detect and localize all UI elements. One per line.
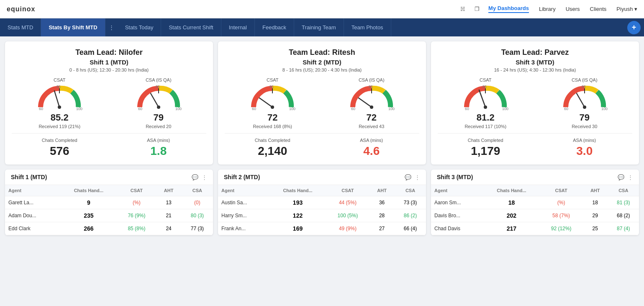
nav-library[interactable]: Library (539, 6, 556, 12)
shift1-asa-label: ASA (mins) (111, 138, 207, 143)
shift1-csa-received: Received 20 (146, 124, 171, 129)
svg-text:100: 100 (175, 107, 182, 111)
table-row: Austin Sa... 193 44 (5%) 36 73 (3) (218, 196, 426, 209)
comment-icon[interactable]: 💬 (405, 174, 411, 180)
table3-title: Shift 3 (MTD) (437, 174, 618, 180)
chats-value: 193 (269, 196, 326, 209)
shift1-csa-svg: 60 100 85 (136, 84, 182, 111)
svg-line-31 (577, 93, 585, 107)
aht-value: 13 (156, 196, 181, 209)
svg-text:85: 85 (56, 85, 61, 89)
shift2-csa-svg: 60 100 85 (349, 84, 395, 111)
tab-more-icon[interactable]: ⋮ (105, 18, 118, 36)
chats-value: 266 (60, 222, 117, 235)
svg-text:85: 85 (482, 85, 487, 89)
csat-value: (%) (117, 196, 156, 209)
svg-text:100: 100 (502, 107, 508, 111)
csa-value: 77 (3) (182, 222, 213, 235)
csat-value: 76 (9%) (117, 209, 156, 222)
agent-name: Frank An... (218, 222, 269, 235)
more-icon[interactable]: ⋮ (415, 174, 420, 180)
shift3-csa-received: Received 30 (572, 124, 597, 129)
svg-point-2 (58, 105, 61, 109)
shift2-asa-value: 4.6 (324, 144, 420, 158)
tab-feedback[interactable]: Feedback (255, 18, 294, 36)
table-row: Adam Dou... 235 76 (9%) 21 80 (3) (5, 209, 213, 222)
aht-value: 36 (369, 196, 395, 209)
aht-value: 28 (369, 209, 395, 222)
tab-training-team[interactable]: Training Team (294, 18, 344, 36)
shift3-chats-label: Chats Completed (438, 138, 534, 143)
table2-col-aht: AHT (369, 185, 395, 196)
csat-value: 44 (5%) (326, 196, 369, 209)
shift1-csa-gauge: CSA (IS QA) 60 100 85 79 Receiv (111, 77, 207, 129)
comment-icon[interactable]: 💬 (618, 174, 624, 180)
csa-value: 81 (3) (608, 196, 639, 209)
aht-value: 18 (582, 196, 608, 209)
svg-text:60: 60 (252, 107, 256, 111)
monitor-icon[interactable]: ☵ (458, 5, 467, 14)
shift1-csa-label: CSA (IS QA) (146, 77, 172, 82)
agent-name: Austin Sa... (218, 196, 269, 209)
csat-value: 85 (8%) (117, 222, 156, 235)
csa-value: 87 (4) (608, 222, 639, 235)
expand-icon[interactable]: ❐ (472, 5, 482, 14)
svg-text:60: 60 (39, 107, 43, 111)
shift3-gauges: CSAT 60 100 85 81.2 Received 11 (438, 77, 632, 129)
nav-clients[interactable]: Clients (590, 6, 607, 12)
shift3-csa-gauge: CSA (IS QA) 60 100 85 79 Received 30 (537, 77, 633, 129)
table-row: Aaron Sm... 18 (%) 18 81 (3) (431, 196, 639, 209)
svg-text:60: 60 (465, 107, 469, 111)
shift1-label: Shift 1 (MTD) (12, 59, 206, 66)
csat-value: 49 (9%) (326, 222, 369, 235)
aht-value: 29 (582, 209, 608, 222)
shift3-csa-label: CSA (IS QA) (572, 77, 598, 82)
aht-value: 27 (369, 222, 395, 235)
more-icon[interactable]: ⋮ (628, 174, 633, 180)
tab-stats-current-shift[interactable]: Stats Current Shift (161, 18, 221, 36)
nav-user-menu[interactable]: Piyush ▾ (616, 6, 637, 12)
shift2-chats-block: Chats Completed 2,140 (225, 138, 321, 158)
shift1-csat-value: 85.2 (51, 112, 69, 123)
tab-stats-today[interactable]: Stats Today (118, 18, 162, 36)
shift3-team-lead: Team Lead: Parvez (438, 48, 632, 57)
table1-header: Shift 1 (MTD) 💬 ⋮ (5, 170, 213, 185)
shift3-chats-block: Chats Completed 1,179 (438, 138, 534, 158)
shift2-time: 8 - 16 hrs (US); 20:30 - 4:30 hrs (India… (225, 67, 419, 72)
nav-users[interactable]: Users (566, 6, 580, 12)
nav-my-dashboards[interactable]: My Dashboards (488, 5, 529, 13)
more-icon[interactable]: ⋮ (202, 174, 207, 180)
top-navbar: equinox ☵ ❐ My Dashboards Library Users … (0, 0, 644, 18)
shift3-csat-label: CSAT (480, 77, 492, 82)
shift2-csat-label: CSAT (267, 77, 279, 82)
tab-internal[interactable]: Internal (221, 18, 255, 36)
tab-stats-mtd[interactable]: Stats MTD (0, 18, 41, 36)
shift1-csat-svg: 60 100 85 (36, 84, 82, 111)
svg-line-1 (54, 91, 59, 107)
csa-value: 80 (3) (182, 209, 213, 222)
chats-value: 122 (269, 209, 326, 222)
table1-col-agent: Agent (5, 185, 60, 196)
table3-icons: 💬 ⋮ (618, 174, 633, 180)
chats-value: 9 (60, 196, 117, 209)
chats-value: 169 (269, 222, 326, 235)
csat-value: (%) (540, 196, 582, 209)
csat-value: 92 (12%) (540, 222, 582, 235)
add-tab-button[interactable]: + (627, 21, 641, 34)
nav-links: My Dashboards Library Users Clients Piyu… (488, 5, 637, 13)
chats-value: 18 (483, 196, 540, 209)
table1-icons: 💬 ⋮ (192, 174, 207, 180)
nav-icons: ☵ ❐ (458, 5, 482, 14)
shift1-csa-value: 79 (154, 112, 164, 123)
svg-line-7 (151, 93, 159, 107)
table-row: Harry Sm... 122 100 (5%) 28 86 (2) (218, 209, 426, 222)
tab-stats-by-shift-mtd[interactable]: Stats By Shift MTD (41, 18, 105, 36)
shift1-csat-gauge: CSAT 60 100 85 (12, 77, 108, 129)
agent-name: Chad Davis (431, 222, 483, 235)
comment-icon[interactable]: 💬 (192, 174, 198, 180)
table3: Agent Chats Hand... CSAT AHT CSA Aaron S… (431, 185, 639, 235)
table-row: Edd Clark 266 85 (8%) 24 77 (3) (5, 222, 213, 235)
tab-team-photos[interactable]: Team Photos (344, 18, 391, 36)
table-row: Chad Davis 217 92 (12%) 25 87 (4) (431, 222, 639, 235)
svg-text:100: 100 (76, 107, 82, 111)
